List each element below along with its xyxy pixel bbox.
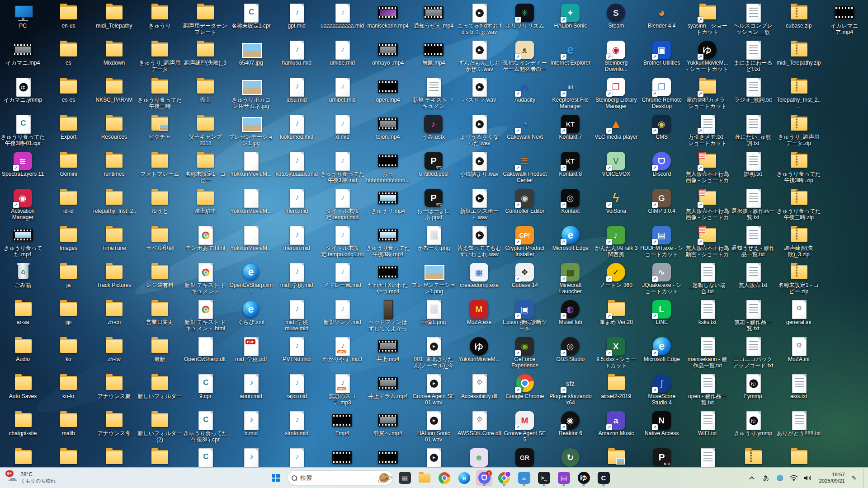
desktop-icon[interactable]: 死にたい_ゅ歌詞.txt [730, 115, 776, 146]
desktop-icon[interactable]: PC [0, 4, 46, 29]
desktop-icon[interactable]: プレゼンテーション1.jpg [228, 115, 274, 146]
taskbar-app-chrome-profile[interactable] [496, 470, 512, 486]
wifi-icon[interactable] [789, 472, 799, 484]
pen-input-icon[interactable]: ✎ [849, 472, 859, 484]
desktop-icon[interactable]: 筆まめ Ver.28 [593, 300, 639, 326]
desktop-icon[interactable]: ♪新規ソング.mid [320, 300, 365, 326]
desktop-icon[interactable]: Mixdown [91, 41, 137, 66]
desktop-icon[interactable]: Track Pictures [91, 263, 137, 289]
desktop-icon[interactable]: ♪かんたん!AITalk 3 関西風 [593, 226, 639, 258]
desktop-icon[interactable]: Audio [0, 337, 46, 363]
desktop-icon[interactable] [776, 448, 821, 466]
desktop-icon[interactable] [365, 448, 411, 466]
ime-mode-icon[interactable]: あ [761, 472, 771, 484]
desktop-icon[interactable]: きゅうり [137, 4, 183, 29]
desktop-icon[interactable]: ᴥ孤独なインディーゲーム開発者の一生 ... [502, 41, 547, 73]
desktop-icon[interactable]: ▲VLC media player [593, 115, 639, 141]
desktop-icon[interactable]: manisekarin.mp4 [365, 4, 411, 29]
desktop-icon[interactable]: PNT2 [639, 448, 684, 466]
desktop-icon[interactable]: WIFI.txt [684, 411, 730, 437]
desktop-icon[interactable]: NKSC_PARAM [91, 78, 137, 103]
desktop-icon[interactable]: Export [46, 115, 91, 141]
desktop-icon[interactable]: ♪タイトル未設定.tempo.mid [320, 189, 365, 221]
desktop-icon[interactable]: ✓ノートン 360 [593, 263, 639, 289]
desktop-icon[interactable]: ▶小銭詰まり.wav [457, 152, 502, 178]
tray-app-icon[interactable] [775, 472, 785, 484]
desktop-icon[interactable]: es-es [46, 78, 91, 103]
desktop-icon[interactable]: _起動しない場合.txt [684, 263, 730, 295]
taskbar-app-file-explorer[interactable] [416, 470, 433, 486]
desktop-icon[interactable]: PDFmid_学校.pdf [228, 337, 274, 363]
desktop-icon[interactable]: ılılKeepforest File Manager [547, 78, 593, 109]
desktop-icon[interactable]: ◉GeForce Experience [502, 337, 547, 369]
desktop-icon[interactable] [730, 448, 776, 466]
taskbar-clock[interactable]: 19:57 2025/09/21 [817, 472, 845, 484]
desktop-icon[interactable]: ラジオ_歌詞.txt [730, 78, 776, 103]
desktop-icon[interactable]: 無題 - 親作品一覧.txt [730, 300, 776, 332]
desktop-icon[interactable]: きゅうり食ってた.mp4 [0, 226, 46, 258]
desktop-icon[interactable]: ja [46, 263, 91, 289]
desktop-icon[interactable]: ゆYukkuriMovieM... - ショートカット [684, 41, 730, 72]
desktop-icon[interactable]: ko [46, 337, 91, 363]
desktop-icon[interactable]: ゆイカマニ.ymmp [0, 78, 46, 103]
desktop-icon[interactable]: ♪ [274, 448, 320, 466]
desktop-icon[interactable]: C [183, 448, 228, 466]
desktop-icon[interactable]: きゅうり食ってた午後3時 .zip [776, 152, 821, 183]
desktop-icon[interactable]: ゆFymmp [730, 374, 776, 400]
desktop-icon[interactable]: ▶ずんだもん_しおかぜふ.wav [457, 41, 502, 72]
desktop-icon[interactable]: ▣Brother Utilities [639, 41, 684, 66]
desktop-icon[interactable]: ヘルスコンプレッション__歌詞.txt [730, 4, 776, 36]
taskbar-app-stack[interactable]: ▤ [556, 470, 572, 486]
desktop-icon[interactable]: ⚙Accessibility.dll [457, 374, 502, 400]
desktop-icon[interactable]: ♪うみ.ustx [411, 115, 457, 141]
desktop-icon[interactable]: 通知うぜえ - 親作品一覧.txt [730, 226, 776, 258]
desktop-icon[interactable]: ▣Epson 接続診断ツール [502, 300, 547, 332]
tray-chevron-up-icon[interactable] [747, 472, 757, 484]
desktop-icon[interactable]: ✦HALion Sonic [547, 4, 593, 29]
desktop-icon[interactable]: ニコニコバックアップコード.txt [730, 337, 776, 369]
desktop-icon[interactable]: アナウンス夏 [91, 374, 137, 400]
desktop-icon[interactable]: ♪kotusytuaaus.mid [274, 152, 320, 178]
desktop-icon[interactable]: teion.mp4 [365, 115, 411, 141]
desktop-icon[interactable]: eOpenCvSharp.xml [228, 263, 274, 295]
desktop-icon[interactable]: ◉Reaktor 6 [547, 411, 593, 437]
desktop-icon[interactable]: ラベル印刷 [137, 226, 183, 252]
desktop-icon[interactable]: Gemini [46, 152, 91, 178]
desktop-icon[interactable]: 新規 テキスト ドキュメント.html [183, 300, 228, 332]
desktop-icon[interactable]: ♪b.mid [228, 411, 274, 437]
desktop-icon[interactable]: ⚙AWSSDK.Core.dll [457, 411, 502, 437]
desktop-icon[interactable]: ありがとう!!!!!!.txt [776, 411, 821, 437]
desktop-icon[interactable]: ♪umibet.mid [320, 78, 365, 103]
desktop-icon[interactable]: ▦createdump.exe [457, 263, 502, 289]
desktop-icon[interactable]: おっhhhhhhhhhhhhh... [365, 152, 411, 183]
desktop-icon[interactable]: ♪meroin.mid [274, 226, 320, 252]
desktop-icon[interactable]: zh-cn [91, 300, 137, 326]
desktop-icon[interactable]: OpenCvSharp.dll... [183, 337, 228, 369]
desktop-icon[interactable]: ♪uaaaaaaaaaa.mid [320, 4, 365, 29]
desktop-icon[interactable]: ◎OBS Studio [547, 337, 593, 363]
desktop-icon[interactable]: アナウンス冬 [91, 411, 137, 437]
desktop-icon[interactable]: ▶こってゅh dすお f d s b ふぉ.wav [457, 4, 502, 35]
desktop-icon[interactable] [593, 448, 639, 466]
desktop-icon[interactable]: 無人販売.txt [730, 263, 776, 289]
desktop-icon[interactable]: Resources [91, 115, 137, 141]
desktop-icon[interactable]: midi_Telepathy [91, 4, 137, 29]
desktop-icon[interactable]: ◉Activation Manager [0, 189, 46, 221]
desktop-icon[interactable]: テンポあて.html [183, 226, 228, 252]
desktop-icon[interactable]: ▶001_東北きりたん(ノーマル)_今じゃ....wav [411, 337, 457, 369]
start-button[interactable] [267, 469, 285, 487]
desktop-icon[interactable]: ゆうと [137, 189, 183, 215]
desktop-icon[interactable]: だれだFXいれたやつ.mp4 [365, 263, 411, 295]
desktop-icon[interactable]: X9.5.xlsx - ショートカット [593, 337, 639, 369]
desktop-icon[interactable]: ♪mid_学校muse.mid [274, 300, 320, 332]
desktop-icon[interactable]: 無題.mp4 [411, 41, 457, 66]
taskbar-app-chrome[interactable] [436, 470, 453, 486]
desktop-icon[interactable]: きゅうり.mp4 [365, 189, 411, 215]
desktop-icon[interactable]: Telepathy_Inst_2... [776, 78, 821, 109]
desktop-icon[interactable]: ❖Cubase 14 [502, 263, 547, 289]
desktop-icon[interactable]: CP!Crypton Product Installer [502, 226, 547, 258]
desktop-icon[interactable]: フォトフレーム [137, 152, 183, 178]
taskbar-app-cubase[interactable]: C [595, 470, 612, 486]
desktop-icon[interactable]: ▤HDDFMT.exe - ショートカット [639, 226, 684, 258]
desktop-icon[interactable]: ♪MP3無題のスコア.mp3 [320, 374, 365, 406]
